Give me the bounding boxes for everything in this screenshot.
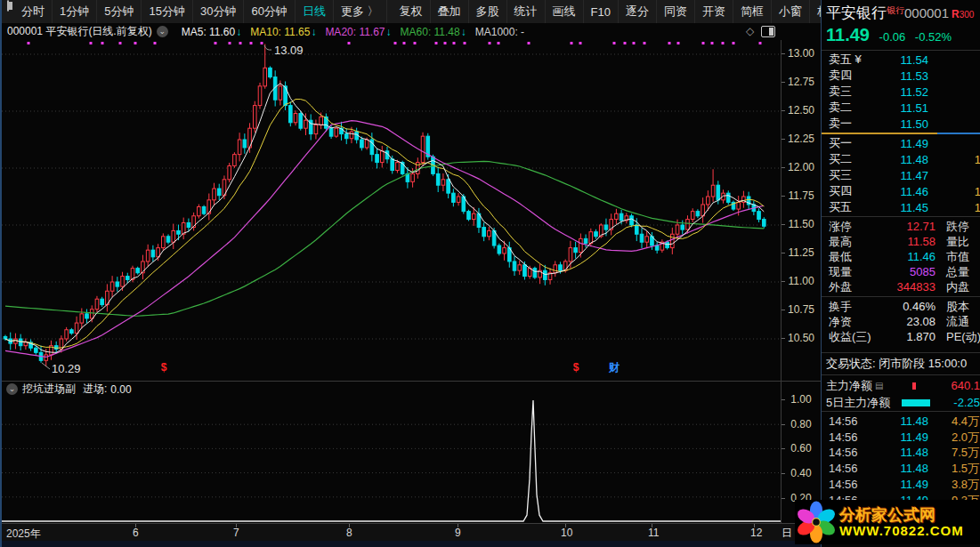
- tick-row: 14:5611.493.8万: [822, 477, 980, 492]
- chevron-down-icon[interactable]: ⌄: [157, 26, 168, 37]
- price-axis-label: 11.75: [782, 189, 821, 202]
- ma10-readout: MA10: 11.65↓: [250, 26, 316, 38]
- tool-tongji-button[interactable]: 统计: [507, 0, 546, 23]
- time-axis: 2025年 6 7 8 9 10 11 12: [2, 523, 821, 542]
- bid-row-1[interactable]: 买一11.49: [822, 135, 980, 151]
- price-axis-label: 12.25: [782, 133, 821, 145]
- price-axis-label: 10.50: [782, 332, 821, 344]
- tick-row: 14:5611.484.4万: [822, 414, 980, 429]
- stock-name: 平安银行: [826, 4, 887, 21]
- price-axis-label: 12.00: [782, 161, 821, 173]
- stat-row: 涨停12.71跌停: [822, 219, 980, 234]
- down-arrow-icon: ↓: [461, 26, 466, 38]
- svg-text:$: $: [573, 361, 579, 374]
- price-readout: 11.49 -0.06 -0.52%: [822, 25, 980, 48]
- stat-row: 最高11.58量比: [822, 234, 980, 249]
- ma60-readout: MA60: 11.48↓: [401, 26, 466, 38]
- split-view-icon[interactable]: [761, 26, 775, 37]
- tool-dugu-button[interactable]: 多股: [469, 0, 507, 23]
- tick-row: 14:5611.492.0万: [822, 430, 980, 445]
- bid-row-4[interactable]: 买四11.461: [822, 183, 980, 199]
- stat-row: 换手0.46%股本: [822, 299, 980, 314]
- tool-fuquan-button[interactable]: 复权: [393, 0, 431, 23]
- tab-period-60min[interactable]: 60分钟: [244, 0, 295, 23]
- flow-bar-positive: [912, 382, 916, 390]
- main-candlestick-chart[interactable]: 13.0910.29$$财: [2, 40, 781, 381]
- down-arrow-icon: ↓: [236, 26, 241, 38]
- ask-row-4[interactable]: 卖四11.53: [822, 68, 980, 84]
- stock-title: 平安银行银行000001R300: [822, 3, 980, 25]
- indicator-param-value: 0.00: [110, 383, 131, 396]
- price-axis-label: 13.00: [782, 47, 821, 60]
- month-label: 8: [346, 527, 352, 539]
- diamond-icon[interactable]: ◇: [746, 25, 754, 37]
- toolbar: 分时 1分钟 5分钟 15分钟 30分钟 60分钟 日线 更多 〉 复权 叠加 …: [2, 0, 821, 24]
- tool-xiaochuang-button[interactable]: 小窗: [772, 0, 810, 23]
- price-axis-label: 10.75: [782, 303, 821, 316]
- indicator-title: 挖坑进场副: [22, 382, 76, 397]
- stock-code-name: 000001 平安银行(日线.前复权): [7, 24, 152, 39]
- svg-text:财: 财: [608, 361, 620, 374]
- indicator-axis-label: 0.40: [782, 467, 821, 479]
- tick-row: 14:5611.487.5万: [822, 445, 980, 460]
- down-arrow-icon: ↓: [386, 26, 392, 38]
- tab-period-fenshi[interactable]: 分时: [14, 0, 53, 23]
- ma5-readout: MA5: 11.60↓: [182, 26, 242, 38]
- chevron-down-icon[interactable]: ⌄: [6, 383, 18, 395]
- tab-period-30min[interactable]: 30分钟: [193, 0, 244, 23]
- tool-f10-button[interactable]: F10: [584, 0, 619, 23]
- price-change: -0.06: [879, 30, 906, 44]
- month-label: 9: [455, 527, 461, 539]
- tool-diejia-button[interactable]: 叠加: [431, 0, 469, 23]
- flow-bar-negative: [902, 399, 930, 406]
- tab-period-5min[interactable]: 5分钟: [97, 0, 142, 23]
- indicator-chart[interactable]: [2, 397, 781, 523]
- svg-text:$: $: [161, 361, 167, 374]
- ask-row-3[interactable]: 卖三11.52: [822, 84, 980, 100]
- svg-text:10.29: 10.29: [52, 362, 81, 375]
- tab-period-daily[interactable]: 日线: [296, 0, 334, 23]
- tab-period-1min[interactable]: 1分钟: [53, 0, 97, 23]
- indicator-axis-label: 1.00: [782, 393, 821, 406]
- indicator-param-label: 进场:: [83, 382, 107, 397]
- indicator-svg: [2, 397, 781, 523]
- bid-row-5[interactable]: 买五11.451: [822, 199, 980, 215]
- tab-period-15min[interactable]: 15分钟: [142, 0, 192, 23]
- indicator-axis-label: 0.80: [782, 418, 821, 430]
- tool-zhufen-button[interactable]: 逐分: [619, 0, 657, 23]
- tool-huaxian-button[interactable]: 画线: [546, 0, 584, 23]
- price-change-pct: -0.52%: [915, 30, 952, 44]
- price-axis-label: 11.25: [782, 246, 821, 259]
- price-axis-label: 12.50: [782, 104, 821, 117]
- svg-text:13.09: 13.09: [274, 44, 304, 57]
- tool-jiankuang-button[interactable]: 简框: [733, 0, 772, 23]
- month-label: 10: [561, 527, 572, 539]
- ask-row-5[interactable]: 卖五 ¥11.54: [822, 52, 980, 68]
- ask-row-2[interactable]: 卖二11.51: [822, 100, 980, 116]
- stat-row: 外盘344833内盘: [822, 279, 980, 294]
- year-label: 2025年: [6, 527, 41, 542]
- axis-separator: [781, 40, 782, 541]
- tool-kaizi-button[interactable]: 开资: [695, 0, 733, 23]
- tool-tongzi-button[interactable]: 同资: [657, 0, 695, 23]
- bid-ask-divider: [822, 133, 980, 134]
- indicator-header: ⌄ 挖坑进场副 进场: 0.00: [2, 382, 781, 397]
- bid-row-3[interactable]: 买三11.47: [822, 167, 980, 183]
- watermark-site-url: WWW.70822.COM: [839, 524, 964, 538]
- tab-period-more[interactable]: 更多 〉: [334, 0, 387, 23]
- layout-toggle-icon[interactable]: [7, 0, 9, 12]
- bid-row-2[interactable]: 买二11.481: [822, 151, 980, 167]
- chart-header: 000001 平安银行(日线.前复权) ⌄ MA5: 11.60↓ MA10: …: [2, 23, 821, 40]
- period-indicator[interactable]: 日: [782, 526, 792, 541]
- month-label: 12: [750, 527, 762, 539]
- ma20-readout: MA20: 11.67↓: [325, 26, 391, 38]
- ask-row-1[interactable]: 卖一11.50: [822, 116, 980, 132]
- stock-code: 000001: [904, 5, 949, 20]
- site-watermark: 分析家公式网 WWW.70822.COM: [795, 500, 980, 544]
- stat-row: 收益(三)1.870PE(动): [822, 329, 980, 344]
- month-label: 6: [133, 527, 139, 539]
- indicator-axis-label: 0.60: [782, 442, 821, 454]
- list-icon: ▤: [875, 381, 883, 390]
- month-label: 7: [233, 527, 239, 539]
- industry-tag: 银行: [887, 5, 904, 15]
